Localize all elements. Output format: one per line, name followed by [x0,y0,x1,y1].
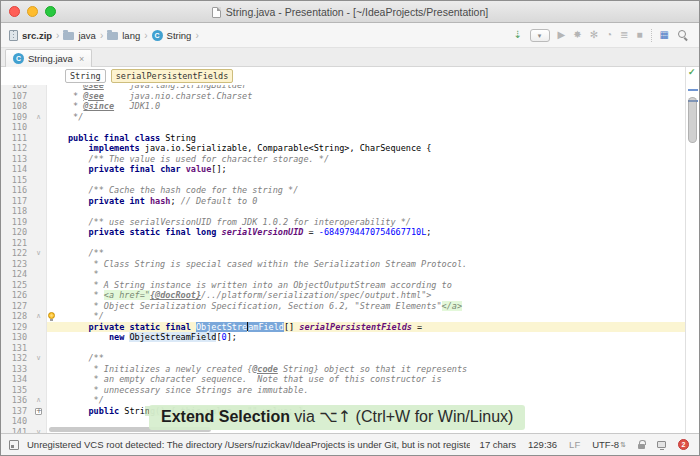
code-editor[interactable]: 106 * @see java.lang.StringBuilder107 * … [1,85,685,433]
code-text[interactable] [47,206,685,217]
tab-string-java[interactable]: C String.java × [5,49,92,67]
code-text[interactable] [47,175,685,186]
code-text[interactable] [47,122,685,133]
code-line: 125 * A String instance is written into … [1,280,685,291]
code-segment: serialVersionUID [222,227,304,237]
code-segment: implements [88,143,139,153]
stop-icon[interactable]: ■ [637,30,643,40]
fold-marker-icon[interactable]: ∧ [36,396,41,404]
tool-windows-icon[interactable]: ▦ [660,30,669,40]
code-text[interactable]: private static final long serialVersionU… [47,227,685,238]
code-segment [68,227,88,237]
status-message[interactable]: Unregistered VCS root detected: The dire… [27,439,470,450]
gutter-cell [31,206,47,217]
code-text[interactable]: /** Cache the hash code for the string *… [47,185,685,196]
crumb-String[interactable]: CString [152,30,192,41]
code-text[interactable]: */ [47,395,685,406]
code-text[interactable]: /** The value is used for character stor… [47,154,685,165]
code-text[interactable]: implements java.io.Serializable, Compara… [47,143,685,154]
coverage-icon[interactable]: ✻ [590,30,598,40]
code-segment: * A String instance is written into an O… [68,280,452,290]
fold-expand-icon[interactable]: + [35,408,42,415]
code-text[interactable]: * Class String is special cased within t… [47,259,685,270]
caret-position-widget[interactable]: 129:36 [528,439,557,450]
code-text[interactable]: private int hash; // Default to 0 [47,196,685,207]
debug-icon[interactable]: ✸ [573,30,581,40]
code-line: 122∨ /** [1,248,685,259]
occurrence-stripe-mark[interactable] [688,89,698,91]
rerun-icon[interactable]: ≣ [620,30,628,40]
code-text[interactable]: * Object Serialization Specification, Se… [47,301,685,312]
gutter-cell [31,269,47,280]
chevron-right-icon: › [100,30,103,41]
code-text[interactable]: * <a href="{@docRoot}/../platform/serial… [47,290,685,301]
search-everywhere-icon[interactable] [677,29,689,41]
code-line: 130 new ObjectStreamField[0]; [1,332,685,343]
toast-shortcut: ⌥↑ [319,407,351,426]
code-text[interactable]: * Initializes a newly created {@code Str… [47,364,685,375]
code-segment: @see [83,85,103,90]
lock-icon[interactable] [638,444,645,449]
highlighting-level-icon[interactable] [657,441,666,448]
breadcrumb-chip[interactable]: serialPersistentFields [111,69,234,83]
code-text[interactable]: public final class String [47,133,685,144]
code-text[interactable]: /** [47,353,685,364]
code-line: 110 [1,122,685,133]
fold-marker-icon[interactable]: ∨ [36,354,41,362]
crumb-src.zip[interactable]: src.zip [9,30,52,41]
line-number: 109 [1,112,31,123]
line-separator-widget[interactable]: LF [569,439,580,450]
intention-bulb-icon[interactable] [48,312,55,319]
gutter-cell [31,196,47,207]
code-text[interactable] [47,238,685,249]
run-icon[interactable]: ▶ [558,30,566,40]
code-text[interactable] [47,343,685,354]
vcs-update-icon[interactable]: ⇣ [513,30,521,40]
code-text[interactable]: */ [47,112,685,123]
code-segment: ; [426,227,431,237]
gutter-cell [31,185,47,196]
encoding-widget[interactable]: UTF-8⇅ [592,439,626,450]
chevron-right-icon: › [56,30,59,41]
code-text[interactable]: * an empty character sequence. Note that… [47,374,685,385]
crumb-java[interactable]: java [63,30,95,41]
notification-badge[interactable]: 2 [678,439,689,450]
class-icon: C [13,53,24,64]
gutter-cell: ∨ [31,353,47,364]
code-text[interactable]: new ObjectStreamField[0]; [47,332,685,343]
vertical-scrollbar-thumb[interactable] [688,97,697,143]
close-tab-icon[interactable]: × [79,54,84,64]
code-text[interactable]: /** [47,248,685,259]
code-text[interactable]: private final char value[]; [47,164,685,175]
code-text[interactable]: * [47,269,685,280]
breadcrumb-chip[interactable]: String [65,69,106,83]
folder-icon [107,32,118,40]
code-text[interactable]: * @see java.nio.charset.Charset [47,91,685,102]
crumb-lang[interactable]: lang [107,30,140,41]
document-icon [212,7,221,18]
code-text[interactable]: */ [47,311,685,322]
code-segment [68,164,88,174]
code-text[interactable]: * A String instance is written into an O… [47,280,685,291]
line-number: 136 [1,395,31,406]
code-line: 124 * [1,269,685,280]
code-text[interactable]: * unnecessary since Strings are immutabl… [47,385,685,396]
code-segment: * [68,91,83,101]
code-segment: = [303,227,318,237]
run-config-dropdown-icon[interactable]: ▾ [530,29,550,42]
fold-marker-icon[interactable]: ∧ [36,312,41,320]
code-segment: value [186,164,212,174]
code-segment: public [88,406,124,416]
code-text[interactable]: /** use serialVersionUID from JDK 1.0.2 … [47,217,685,228]
gutter-cell [31,322,47,333]
error-stripe[interactable]: ✓ [685,67,699,433]
profiler-icon[interactable]: ◔ [606,30,612,40]
fold-marker-icon[interactable]: ∧ [36,113,41,121]
fold-marker-icon[interactable]: ∨ [36,249,41,257]
toolwindow-toggle-icon[interactable] [9,440,19,450]
gutter-cell [31,374,47,385]
code-text[interactable]: private static final ObjectStreamField[]… [47,322,685,333]
line-number: 129 [1,322,31,333]
code-text[interactable]: * @since JDK1.0 [47,101,685,112]
code-segment [68,322,88,332]
